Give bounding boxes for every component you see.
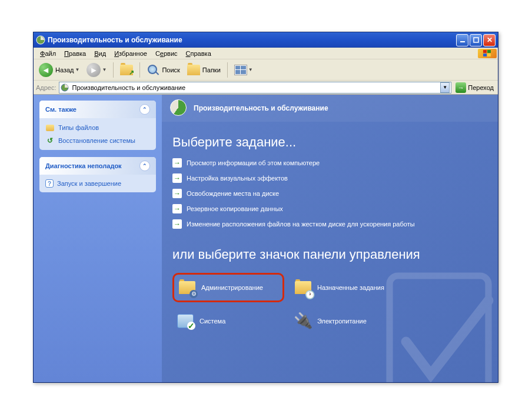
forward-button[interactable]: ► ▼ <box>84 61 109 79</box>
collapse-icon: ⌃ <box>139 104 150 115</box>
performance-icon <box>170 99 188 117</box>
link-startup-shutdown[interactable]: ? Запуск и завершение <box>45 179 150 188</box>
or-pick-heading: или выберите значок панели управления <box>172 246 487 263</box>
collapse-icon: ⌃ <box>139 161 150 171</box>
views-button[interactable]: ▼ <box>231 63 256 77</box>
panel-header[interactable]: См. также ⌃ <box>39 101 156 118</box>
menu-help[interactable]: Справка <box>182 49 215 58</box>
power-icon: 🔌 <box>294 312 312 330</box>
svg-rect-1 <box>460 41 465 42</box>
arrow-right-icon: → <box>172 219 182 229</box>
svg-rect-3 <box>483 50 487 53</box>
back-button[interactable]: ◄ Назад ▼ <box>36 61 82 79</box>
search-button[interactable]: Поиск <box>144 62 182 78</box>
cp-item-system[interactable]: Система <box>172 308 284 334</box>
separator <box>113 62 114 78</box>
system-icon <box>176 312 195 330</box>
cp-item-scheduled-tasks[interactable]: Назначенные задания <box>290 273 408 302</box>
help-icon: ? <box>45 179 54 188</box>
address-input[interactable]: Производительность и обслуживание ▼ <box>59 82 452 94</box>
task-free-disk-space[interactable]: → Освобождение места на диске <box>172 189 498 198</box>
menu-file[interactable]: Файл <box>36 49 60 58</box>
scheduled-tasks-icon <box>294 278 312 297</box>
menu-tools[interactable]: Сервис <box>151 49 182 58</box>
folders-button[interactable]: Папки <box>184 63 224 77</box>
link-system-restore[interactable]: ↺ Восстановление системы <box>45 136 150 145</box>
address-text: Производительность и обслуживание <box>72 84 441 91</box>
pick-task-heading: Выберите задание... <box>172 135 498 150</box>
dropdown-arrow-icon: ▼ <box>248 67 253 72</box>
arrow-right-icon: → <box>172 189 182 198</box>
address-icon <box>61 84 70 92</box>
arrow-right-icon: → <box>172 204 182 213</box>
addressbar: Адрес: Производительность и обслуживание… <box>34 81 498 95</box>
link-file-types[interactable]: Типы файлов <box>45 123 150 132</box>
up-button[interactable] <box>117 63 136 77</box>
dropdown-arrow-icon: ▼ <box>75 67 80 72</box>
dropdown-arrow-icon: ▼ <box>102 67 107 72</box>
panel-troubleshoot: Диагностика неполадок ⌃ ? Запуск и завер… <box>39 157 156 192</box>
window-title: Производительность и обслуживание <box>48 36 456 44</box>
window-icon <box>36 35 45 45</box>
folder-up-icon <box>120 65 133 75</box>
search-icon <box>147 64 159 76</box>
svg-rect-4 <box>487 50 491 53</box>
panel-header[interactable]: Диагностика неполадок ⌃ <box>39 157 156 175</box>
cp-item-admin[interactable]: Администрирование <box>172 273 284 302</box>
admin-tools-icon <box>178 278 197 297</box>
task-defrag[interactable]: → Изменение расположения файлов на жестк… <box>172 219 498 229</box>
category-header: Производительность и обслуживание <box>162 95 498 122</box>
side-panel: См. также ⌃ Типы файлов ↺ Восстановление… <box>34 95 162 382</box>
folder-icon <box>187 65 200 75</box>
minimize-button[interactable] <box>456 34 468 46</box>
cp-item-power[interactable]: 🔌 Электропитание <box>290 308 408 334</box>
control-panel-grid: Администрирование Назначенные задания Си… <box>162 273 498 334</box>
arrow-right-icon: → <box>172 173 182 183</box>
task-backup-data[interactable]: → Резервное копирование данных <box>172 204 498 213</box>
svg-rect-6 <box>487 54 491 56</box>
folder-icon <box>45 123 55 132</box>
back-arrow-icon: ◄ <box>39 63 53 77</box>
forward-arrow-icon: ► <box>87 63 101 77</box>
address-dropdown-button[interactable]: ▼ <box>440 82 450 93</box>
svg-rect-2 <box>474 38 478 42</box>
xp-logo-icon <box>478 49 497 58</box>
go-arrow-icon: → <box>455 82 466 93</box>
maximize-button[interactable] <box>470 34 482 46</box>
close-button[interactable]: ✕ <box>483 34 496 46</box>
main-pane: Производительность и обслуживание Выбери… <box>162 95 498 382</box>
toolbar: ◄ Назад ▼ ► ▼ Поиск Папки ▼ <box>34 59 498 81</box>
menu-edit[interactable]: Правка <box>60 49 90 58</box>
explorer-window: Производительность и обслуживание ✕ Файл… <box>33 32 498 383</box>
svg-rect-5 <box>483 54 487 56</box>
address-label: Адрес: <box>36 84 56 91</box>
separator <box>139 62 140 78</box>
task-list: → Просмотр информации об этом компьютере… <box>162 158 498 229</box>
restore-icon: ↺ <box>45 136 55 145</box>
arrow-right-icon: → <box>172 158 182 168</box>
titlebar[interactable]: Производительность и обслуживание ✕ <box>34 32 498 48</box>
go-button[interactable]: → Переход <box>454 82 496 94</box>
content-area: См. также ⌃ Типы файлов ↺ Восстановление… <box>34 95 498 382</box>
task-visual-effects[interactable]: → Настройка визуальных эффектов <box>172 173 498 183</box>
separator <box>227 62 228 78</box>
menu-favorites[interactable]: Избранное <box>110 49 151 58</box>
views-icon <box>234 65 247 75</box>
task-view-computer-info[interactable]: → Просмотр информации об этом компьютере <box>172 158 498 168</box>
menu-view[interactable]: Вид <box>90 49 110 58</box>
panel-see-also: См. также ⌃ Типы файлов ↺ Восстановление… <box>39 101 156 150</box>
menubar: Файл Правка Вид Избранное Сервис Справка <box>34 48 498 59</box>
